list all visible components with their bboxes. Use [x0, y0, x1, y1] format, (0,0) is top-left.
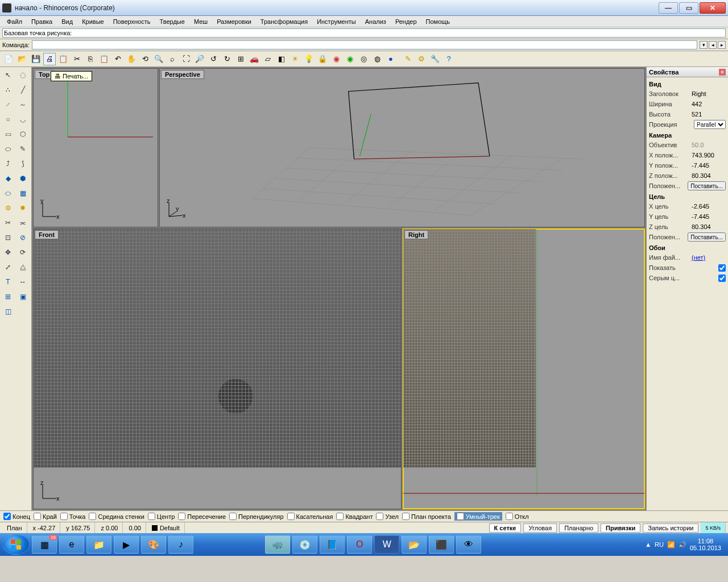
undo-icon[interactable]: ↶ [111, 53, 124, 65]
viewport-front[interactable]: Front xz [33, 228, 402, 509]
osnap-Перпендикуляр[interactable]: Перпендикуляр [229, 513, 284, 520]
menu-dimensions[interactable]: Размеровки [212, 17, 256, 26]
ellipse-icon[interactable]: ⬭ [1, 142, 15, 156]
freeform-icon[interactable]: ✎ [16, 142, 30, 156]
osnap-Конец[interactable]: Конец [3, 513, 30, 520]
menu-mesh[interactable]: Меш [189, 17, 212, 26]
status-btn-Запись истории[interactable]: Запись истории [643, 523, 698, 533]
zoom-extents-icon[interactable]: ⌕ [166, 53, 179, 65]
menu-transform[interactable]: Трансформация [256, 17, 312, 26]
move-icon[interactable]: ✥ [1, 246, 15, 259]
viewport-perspective-label[interactable]: Perspective [161, 70, 204, 79]
zoom-window-icon[interactable]: ⛶ [180, 53, 192, 65]
viewport-top[interactable]: Top 🖶 Печать... xy [33, 68, 158, 227]
properties-icon[interactable]: ⚙ [415, 53, 428, 65]
open-icon[interactable]: 📂 [16, 53, 28, 65]
taskbar-app6-icon[interactable]: 👁 [456, 535, 481, 554]
group-icon[interactable]: ⊡ [1, 231, 15, 244]
mesh-icon[interactable]: ▦ [16, 186, 30, 200]
print-icon[interactable]: 🖨 [43, 53, 56, 65]
scale-icon[interactable]: ⤢ [1, 260, 15, 274]
new-icon[interactable]: 📄 [2, 53, 15, 65]
help-icon[interactable]: ? [442, 53, 455, 65]
prop-value[interactable] [718, 264, 726, 272]
circle-icon[interactable]: ○ [1, 113, 15, 126]
menu-help[interactable]: Помощь [421, 17, 455, 26]
taskbar-app3-icon[interactable]: 💿 [292, 535, 317, 554]
osnap-Точка[interactable]: Точка [60, 513, 86, 520]
prop-value[interactable]: Поставить... [688, 181, 726, 190]
rectangle-icon[interactable]: ▭ [1, 127, 15, 141]
rotate-view-icon[interactable]: ⟲ [139, 53, 151, 65]
arc-icon[interactable]: ◡ [16, 113, 30, 126]
osnap-Край[interactable]: Край [34, 513, 57, 520]
viewport-right-label[interactable]: Right [404, 230, 428, 239]
menu-file[interactable]: Файл [2, 17, 27, 26]
rotate-icon[interactable]: ⟳ [16, 246, 30, 259]
maximize-button[interactable]: ▭ [679, 2, 698, 14]
history-next-button[interactable]: ▸ [718, 41, 726, 49]
osnap-Откл[interactable]: Откл [506, 513, 529, 520]
cylinder-icon[interactable]: ⬭ [1, 186, 15, 200]
menu-view[interactable]: Вид [57, 17, 77, 26]
osnap-План проекта[interactable]: План проекта [402, 513, 451, 520]
solid-icon[interactable]: ⬢ [16, 172, 30, 185]
trim-icon[interactable]: ✂ [1, 216, 15, 230]
tray-flag-icon[interactable]: ▲ [645, 541, 651, 548]
viewport-right[interactable]: Right [403, 228, 645, 509]
line-icon[interactable]: ╱ [16, 83, 30, 97]
menu-edit[interactable]: Правка [27, 17, 57, 26]
surface-icon[interactable]: ◆ [1, 172, 15, 185]
viewport-front-label[interactable]: Front [35, 230, 59, 239]
menu-solid[interactable]: Твердые [155, 17, 189, 26]
taskbar-explorer-icon[interactable]: 📁 [86, 535, 111, 554]
polyline-icon[interactable]: ⟋ [1, 98, 15, 111]
fillet-icon[interactable]: ⟆ [16, 157, 30, 171]
prop-value[interactable] [718, 275, 726, 282]
rendered-icon[interactable]: ● [384, 53, 397, 65]
array-icon[interactable]: ⊞ [1, 290, 15, 304]
object-props-icon[interactable]: 🔧 [429, 53, 441, 65]
join-icon[interactable]: ⫘ [16, 216, 30, 230]
cplane-icon[interactable]: 🚗 [248, 53, 260, 65]
taskbar-folder-icon[interactable]: 📂 [402, 535, 427, 554]
command-input[interactable] [32, 40, 697, 49]
named-view-icon[interactable]: ◧ [275, 53, 288, 65]
copy-icon[interactable]: ⎘ [84, 53, 97, 65]
tray-network-icon[interactable]: 📶 [667, 541, 675, 548]
render-icon[interactable]: ◉ [344, 53, 356, 65]
shade-icon[interactable]: ◉ [330, 53, 342, 65]
taskbar-media-icon[interactable]: ▶ [114, 535, 139, 554]
close-button[interactable]: ✕ [700, 2, 726, 14]
status-btn-Планарно[interactable]: Планарно [559, 523, 598, 533]
paste-icon[interactable]: 📋 [98, 53, 110, 65]
prop-value[interactable]: (нет) [692, 254, 726, 261]
viewport-perspective[interactable]: Perspective zxy [159, 68, 645, 227]
minimize-button[interactable]: — [659, 2, 678, 14]
command-history[interactable] [2, 28, 726, 38]
menu-curves[interactable]: Кривые [77, 17, 109, 26]
taskbar-totalcmd-icon[interactable]: ▦ [32, 535, 57, 554]
pointer-icon[interactable]: ↖ [1, 68, 15, 82]
wireframe-icon[interactable]: ◎ [357, 53, 370, 65]
undo-view-icon[interactable]: ↺ [207, 53, 220, 65]
tray-sound-icon[interactable]: 🔊 [679, 541, 686, 548]
zoom-icon[interactable]: 🔍 [152, 53, 165, 65]
taskbar-app1-icon[interactable]: 🎨 [141, 535, 166, 554]
dimension-icon[interactable]: ↔ [16, 275, 30, 289]
taskbar-app5-icon[interactable]: ⬛ [429, 535, 454, 554]
prop-value[interactable]: Parallel [694, 120, 726, 129]
osnap-Касательная[interactable]: Касательная [287, 513, 333, 520]
curve-icon[interactable]: ～ [16, 98, 30, 111]
box-icon[interactable]: ◫ [1, 305, 15, 318]
redo-view-icon[interactable]: ↻ [221, 53, 233, 65]
status-layer[interactable]: Default [147, 522, 185, 533]
pan-icon[interactable]: ✋ [125, 53, 138, 65]
save-icon[interactable]: 💾 [30, 53, 42, 65]
osnap-Средина стенки[interactable]: Средина стенки [89, 513, 144, 520]
taskbar-app4-icon[interactable]: 📘 [320, 535, 345, 554]
taskbar-opera-icon[interactable]: O [347, 535, 372, 554]
point-icon[interactable]: ∴ [1, 83, 15, 97]
osnap-Умный-трек[interactable]: Умный-трек [454, 512, 502, 521]
menu-render[interactable]: Рендер [391, 17, 421, 26]
